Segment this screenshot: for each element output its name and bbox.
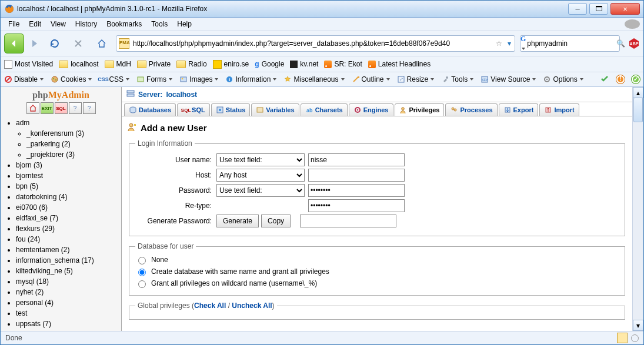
- check-icon[interactable]: [600, 74, 609, 85]
- search-box[interactable]: G 🔍: [520, 35, 620, 52]
- db-option-2[interactable]: Grant all privileges on wildcard name (u…: [135, 277, 619, 289]
- bookmark-localhost[interactable]: localhost: [59, 60, 98, 68]
- table-item[interactable]: _parkering (2): [26, 139, 116, 149]
- tab-privileges[interactable]: Privileges: [395, 103, 445, 116]
- db-kiltedviking_ne[interactable]: kiltedviking_ne (5): [16, 266, 116, 276]
- db-ei0700[interactable]: ei0700 (6): [16, 202, 116, 213]
- pma-help-icon[interactable]: ?: [83, 102, 96, 114]
- db-bjorn[interactable]: bjorn (3): [16, 160, 116, 170]
- scroll-thumb[interactable]: [633, 98, 643, 122]
- tab-databases[interactable]: Databases: [124, 103, 176, 116]
- password-input[interactable]: [308, 184, 405, 197]
- tab-export[interactable]: Export: [499, 103, 539, 116]
- scroll-up-icon[interactable]: ▴: [633, 87, 643, 98]
- db-flexkurs[interactable]: flexkurs (29): [16, 223, 116, 234]
- db-mysql[interactable]: mysql (18): [16, 276, 116, 287]
- db-datorbokning[interactable]: datorbokning (4): [16, 192, 116, 202]
- devtool-css[interactable]: CSSCSS: [99, 75, 129, 83]
- username-input[interactable]: [308, 153, 405, 166]
- devtool-forms[interactable]: Forms: [136, 75, 172, 83]
- url-input[interactable]: [132, 37, 493, 50]
- devtool-resize[interactable]: Resize: [397, 75, 435, 83]
- db-personal[interactable]: personal (4): [16, 297, 116, 308]
- username-select[interactable]: Use text field:: [216, 153, 305, 166]
- ok-icon[interactable]: ✓: [632, 75, 640, 83]
- stop-button[interactable]: [69, 34, 88, 53]
- menu-bookmarks[interactable]: Bookmarks: [102, 19, 146, 29]
- bookmark-sr-ekot[interactable]: SR: Ekot: [324, 60, 362, 68]
- home-button[interactable]: [92, 34, 111, 53]
- host-input[interactable]: [308, 169, 405, 182]
- menu-history[interactable]: History: [71, 19, 101, 29]
- devtool-outline[interactable]: Outline: [352, 75, 390, 83]
- tab-engines[interactable]: Engines: [349, 103, 393, 116]
- db-information_schema[interactable]: information_schema (17): [16, 255, 116, 266]
- db-adm[interactable]: adm_konferensrum (3)_parkering (2)_proje…: [16, 118, 116, 160]
- db-nyhet[interactable]: nyhet (2): [16, 287, 116, 297]
- table-item[interactable]: _konferensrum (3): [26, 128, 116, 139]
- tab-charsets[interactable]: abCharsets: [301, 103, 348, 116]
- menu-file[interactable]: File: [4, 19, 24, 29]
- copy-button[interactable]: Copy: [261, 215, 291, 227]
- warn-icon[interactable]: !: [616, 75, 625, 83]
- tab-processes[interactable]: Processes: [445, 103, 497, 116]
- check-all-link[interactable]: Check All: [194, 302, 226, 310]
- go-button[interactable]: ▾: [504, 39, 515, 48]
- bookmark-private[interactable]: Private: [137, 60, 171, 68]
- db-fou[interactable]: fou (24): [16, 234, 116, 244]
- db-bpn[interactable]: bpn (5): [16, 181, 116, 192]
- pma-docs-icon[interactable]: ?: [69, 102, 82, 114]
- devtool-view-source[interactable]: </>View Source: [481, 75, 536, 83]
- db-eidfaxi_se[interactable]: eidfaxi_se (7): [16, 213, 116, 223]
- generate-button[interactable]: Generate: [216, 215, 259, 227]
- adblock-icon[interactable]: ABP: [628, 38, 640, 49]
- db-option-0[interactable]: None: [135, 254, 619, 266]
- password-select[interactable]: Use text field:: [216, 184, 305, 197]
- devtool-options[interactable]: Options: [543, 75, 583, 83]
- server-link[interactable]: localhost: [166, 91, 197, 99]
- tab-import[interactable]: Import: [539, 103, 579, 116]
- devtool-tools[interactable]: Tools: [441, 75, 473, 83]
- reload-button[interactable]: [45, 34, 64, 53]
- db-radio-1[interactable]: [138, 269, 146, 276]
- table-item[interactable]: _projektorer (3): [26, 149, 116, 160]
- scroll-down-icon[interactable]: ▾: [633, 320, 643, 331]
- pma-sql-icon[interactable]: SQL: [55, 102, 68, 114]
- bookmark-radio[interactable]: Radio: [176, 60, 206, 68]
- host-select[interactable]: Any host: [216, 169, 305, 182]
- bookmark-google[interactable]: gGoogle: [255, 60, 284, 68]
- menu-view[interactable]: View: [46, 19, 70, 29]
- search-go-icon[interactable]: 🔍: [616, 39, 625, 48]
- bookmark-eniro-se[interactable]: eniro.se: [213, 60, 249, 69]
- tab-variables[interactable]: Variables: [251, 103, 299, 116]
- pma-home-icon[interactable]: [26, 102, 39, 114]
- devtool-disable[interactable]: Disable: [4, 75, 44, 83]
- bookmark-mdh[interactable]: MdH: [105, 60, 131, 68]
- db-bjorntest[interactable]: bjorntest: [16, 170, 116, 181]
- bookmark-most-visited[interactable]: Most Visited: [4, 60, 53, 69]
- menu-tools[interactable]: Tools: [147, 19, 172, 29]
- menu-edit[interactable]: Edit: [25, 19, 45, 29]
- search-input[interactable]: [526, 37, 616, 50]
- bookmark-star-icon[interactable]: ☆: [493, 39, 504, 48]
- generate-output[interactable]: [300, 215, 396, 227]
- back-button[interactable]: [4, 34, 24, 53]
- maximize-button[interactable]: 🗖: [589, 3, 608, 15]
- retype-input[interactable]: [308, 199, 405, 212]
- db-uppsats[interactable]: uppsats (7): [16, 319, 116, 329]
- forward-button[interactable]: [29, 35, 41, 52]
- devtool-cookies[interactable]: Cookies: [51, 75, 92, 83]
- close-button[interactable]: ✕: [610, 3, 640, 15]
- url-bar[interactable]: PMA ☆ ▾: [116, 35, 515, 52]
- bookmark-kv-net[interactable]: kv.net: [290, 60, 318, 68]
- pma-exit-icon[interactable]: EXIT: [41, 102, 54, 114]
- db-utvardering[interactable]: utvardering (10): [16, 329, 116, 331]
- tab-status[interactable]: Status: [211, 103, 251, 116]
- minimize-button[interactable]: —: [568, 3, 587, 15]
- menu-help[interactable]: Help: [173, 19, 196, 29]
- main-scrollbar[interactable]: ▴ ▾: [632, 87, 643, 331]
- tab-sql[interactable]: SQLSQL: [177, 103, 210, 116]
- db-test[interactable]: test: [16, 308, 116, 319]
- devtool-miscellaneous[interactable]: Miscellaneous: [283, 75, 344, 83]
- bookmark-latest-headlines[interactable]: Latest Headlines: [368, 60, 431, 68]
